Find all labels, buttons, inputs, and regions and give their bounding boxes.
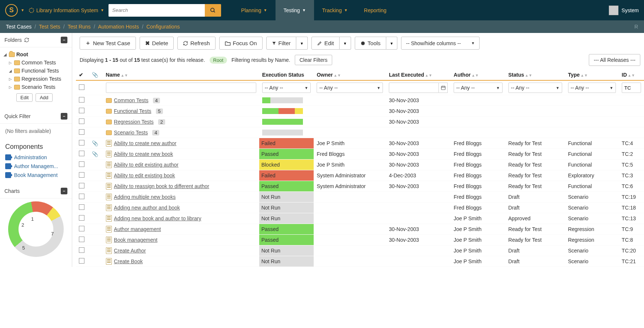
nav-link-testing[interactable]: Testing ▼ — [276, 0, 314, 20]
testcase-link[interactable]: Adding new book and author to library — [114, 215, 201, 221]
filter-owner-select[interactable]: -- Any --▼ — [317, 83, 383, 93]
row-checkbox[interactable] — [79, 151, 84, 156]
tools-caret[interactable]: ▼ — [386, 37, 398, 50]
focus-on-button[interactable]: Focus On — [219, 37, 263, 50]
nav-link-tracking[interactable]: Tracking ▼ — [314, 0, 356, 20]
testcase-link[interactable]: Ability to create new book — [114, 151, 173, 157]
select-all-checkbox[interactable] — [79, 84, 84, 90]
col-name[interactable]: Name▲▼ — [103, 70, 259, 80]
tree-item[interactable]: ▷Common Tests — [4, 58, 70, 67]
col-author[interactable]: Author▲▼ — [451, 70, 505, 80]
subnav-test-runs[interactable]: Test Runs — [68, 24, 91, 30]
expander-icon[interactable]: ▷ — [9, 77, 13, 81]
showhide-columns-select[interactable]: -- Show/hide columns -- ▼ — [401, 37, 480, 50]
col-status[interactable]: Status▲▼ — [505, 70, 565, 80]
col-id[interactable]: ID▲▼ — [619, 70, 644, 80]
refresh-button[interactable]: Refresh — [177, 37, 216, 50]
testcase-link[interactable]: Book management — [114, 237, 158, 243]
expander-icon[interactable]: ◢ — [4, 53, 7, 57]
subnav-automation-hosts[interactable]: Automation Hosts — [98, 24, 139, 30]
row-checkbox[interactable] — [79, 204, 84, 210]
col-type[interactable]: Type▲▼ — [565, 70, 619, 80]
collapse-button[interactable]: − — [61, 188, 67, 194]
row-checkbox[interactable] — [79, 129, 84, 135]
testcase-link[interactable]: Ability to edit existing book — [114, 173, 175, 178]
project-selector[interactable]: Library Information System ▼ — [29, 7, 104, 13]
row-checkbox[interactable] — [79, 226, 84, 231]
row-checkbox[interactable] — [79, 215, 84, 221]
filter-author-select[interactable]: -- Any --▼ — [454, 83, 503, 93]
check-icon[interactable]: ✔ — [79, 72, 83, 78]
edit-caret[interactable]: ▼ — [340, 37, 351, 50]
count-badge: 4 — [152, 130, 159, 135]
filter-lastexec-input[interactable] — [389, 83, 439, 93]
testcase-link[interactable]: Ability to reassign book to different au… — [114, 183, 209, 189]
subnav-test-sets[interactable]: Test Sets — [39, 24, 60, 30]
expander-icon[interactable]: ▷ — [9, 85, 13, 89]
tree-item[interactable]: ▷Regression Tests — [4, 75, 70, 83]
nav-link-reporting[interactable]: Reporting — [356, 0, 395, 20]
row-checkbox[interactable] — [79, 161, 84, 167]
filter-id-input[interactable] — [622, 83, 641, 93]
row-checkbox[interactable] — [79, 247, 84, 253]
row-checkbox[interactable] — [79, 183, 84, 188]
filter-caret[interactable]: ▼ — [296, 37, 308, 50]
edit-button[interactable]: Edit — [311, 37, 340, 50]
testcase-link[interactable]: Adding new author and book — [114, 205, 180, 211]
folder-link[interactable]: Common Tests — [114, 97, 149, 103]
row-checkbox[interactable] — [79, 118, 84, 124]
tree-item[interactable]: ▷Scenario Tests — [4, 83, 70, 91]
subnav-test-cases[interactable]: Test Cases — [6, 24, 31, 30]
testcase-link[interactable]: Create Author — [114, 248, 146, 254]
expander-icon[interactable]: ▷ — [9, 61, 13, 65]
testcase-link[interactable]: Ability to edit existing author — [114, 162, 178, 168]
subnav-configurations[interactable]: Configurations — [146, 24, 180, 30]
component-item[interactable]: Administration — [0, 153, 72, 162]
tree-add-button[interactable]: Add — [36, 93, 52, 102]
filter-name-input[interactable] — [106, 83, 256, 93]
row-checkbox[interactable] — [79, 140, 84, 145]
row-checkbox[interactable] — [79, 194, 84, 199]
filter-exec-select[interactable]: -- Any --▼ — [262, 83, 311, 93]
collapse-button[interactable]: − — [61, 37, 67, 43]
testcase-link[interactable]: Ability to create new author — [114, 140, 177, 146]
col-exec-status[interactable]: Execution Status — [259, 70, 314, 80]
row-checkbox[interactable] — [79, 108, 84, 113]
component-item[interactable]: Author Managem... — [0, 162, 72, 171]
new-test-case-button[interactable]: ＋New Test Case — [80, 37, 136, 50]
nav-link-planning[interactable]: Planning ▼ — [233, 0, 275, 20]
testcase-link[interactable]: Adding multiple new books — [114, 194, 176, 200]
filter-status-select[interactable]: -- Any --▼ — [508, 83, 562, 93]
component-item[interactable]: Book Management — [0, 171, 72, 180]
row-checkbox[interactable] — [79, 258, 84, 264]
search-input[interactable] — [109, 4, 205, 17]
clear-filters-button[interactable]: Clear Filters — [295, 55, 332, 65]
col-last-executed[interactable]: Last Executed▲▼ — [386, 70, 451, 80]
tree-item[interactable]: ◢Functional Tests — [4, 67, 70, 75]
collapse-button[interactable]: − — [61, 113, 67, 120]
tree-root[interactable]: ◢ Root — [4, 50, 70, 58]
testcase-link[interactable]: Create Book — [114, 258, 143, 264]
folder-link[interactable]: Scenario Tests — [114, 130, 148, 135]
logo[interactable]: S ▼ — [5, 4, 24, 17]
testcase-link[interactable]: Author management — [114, 226, 161, 232]
calendar-button[interactable] — [439, 83, 448, 93]
user-menu[interactable]: System — [609, 6, 639, 15]
release-select[interactable]: --- All Releases --- — [589, 54, 640, 66]
attachment-icon[interactable]: 📎 — [92, 72, 98, 78]
row-checkbox[interactable] — [79, 172, 84, 178]
filter-button[interactable]: Filter — [266, 37, 296, 50]
search-button[interactable] — [205, 4, 221, 17]
col-owner[interactable]: Owner▲▼ — [314, 70, 386, 80]
refresh-icon[interactable] — [24, 37, 29, 43]
tree-edit-button[interactable]: Edit — [16, 93, 33, 102]
filter-type-select[interactable]: -- Any --▼ — [568, 83, 616, 93]
row-checkbox[interactable] — [79, 237, 84, 242]
tools-button[interactable]: Tools — [355, 37, 386, 50]
delete-button[interactable]: ✖Delete — [140, 37, 174, 50]
folder-link[interactable]: Functional Tests — [114, 108, 151, 114]
row-checkbox[interactable] — [79, 97, 84, 103]
breadcrumb-badge[interactable]: Root — [210, 57, 227, 64]
expander-icon[interactable]: ◢ — [9, 69, 13, 73]
folder-link[interactable]: Regression Tests — [114, 119, 154, 125]
